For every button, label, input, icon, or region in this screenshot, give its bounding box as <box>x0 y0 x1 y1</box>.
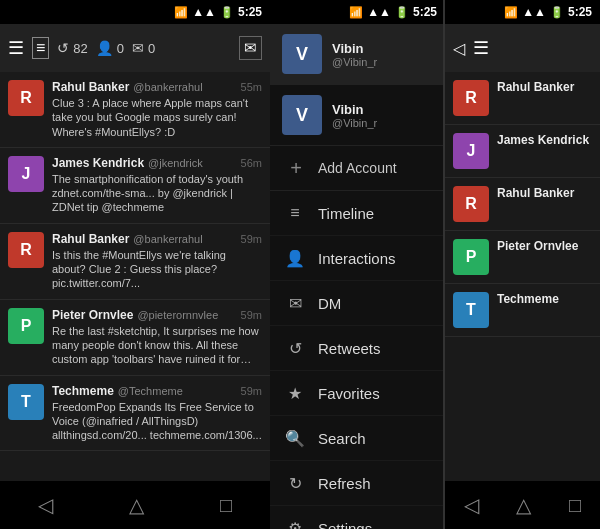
menu-item-refresh[interactable]: ↻Refresh <box>270 461 445 506</box>
wifi-icon-center: ▲▲ <box>367 5 391 19</box>
favorites-icon: ★ <box>284 382 306 404</box>
add-account-row[interactable]: + Add Account <box>270 146 445 191</box>
right-hamburger-icon[interactable]: ☰ <box>473 37 489 59</box>
menu-item-label: Timeline <box>318 205 374 222</box>
list-icon[interactable]: ≡ <box>32 37 49 59</box>
right-tweet-item[interactable]: PPieter Ornvlee <box>445 231 600 284</box>
tweet-text: FreedomPop Expands Its Free Service to V… <box>52 400 262 443</box>
account-name: Vibin <box>332 41 377 56</box>
account-text: Vibin@Vibin_r <box>332 41 377 68</box>
tweet-avatar: R <box>8 232 44 268</box>
right-tweet-name: Techmeme <box>497 292 592 306</box>
signal-icon-right: 📶 <box>504 6 518 19</box>
tweet-item[interactable]: RRahul Banker@bankerrahul59mIs this the … <box>0 224 270 300</box>
wifi-icon-right: ▲▲ <box>522 5 546 19</box>
battery-icon-right: 🔋 <box>550 6 564 19</box>
right-tweet-item[interactable]: RRahul Banker <box>445 178 600 231</box>
tweet-header: Pieter Ornvlee@pieterornnvlee59m <box>52 308 262 322</box>
account-avatar-letter: V <box>296 44 308 65</box>
dm-badge: ✉ 0 <box>132 40 155 56</box>
tweet-handle: @pieterornnvlee <box>137 309 218 321</box>
compose-icon[interactable]: ✉ <box>239 36 262 60</box>
wifi-icon: ▲▲ <box>192 5 216 19</box>
right-recents-button[interactable]: □ <box>569 494 581 517</box>
tweet-time: 59m <box>241 309 262 321</box>
right-tweet-list: RRahul BankerJJames KendrickRRahul Banke… <box>445 72 600 481</box>
account-item[interactable]: VVibin@Vibin_r <box>270 24 445 85</box>
account-handle: @Vibin_r <box>332 117 377 129</box>
interactions-icon: 👤 <box>284 247 306 269</box>
right-tweet-avatar: R <box>453 80 489 116</box>
right-tweet-avatar: J <box>453 133 489 169</box>
tweet-content: Pieter Ornvlee@pieterornnvlee59mRe the l… <box>52 308 262 367</box>
avatar-letter: T <box>21 393 31 411</box>
tweet-header: James Kendrick@jkendrick56m <box>52 156 262 170</box>
avatar-letter: J <box>22 165 31 183</box>
tweet-name: Techmeme <box>52 384 114 398</box>
status-bar: 📶 ▲▲ 🔋 5:25 <box>0 0 270 24</box>
tweet-item[interactable]: PPieter Ornvlee@pieterornnvlee59mRe the … <box>0 300 270 376</box>
menu-item-label: Favorites <box>318 385 380 402</box>
menu-item-dm[interactable]: ✉DM <box>270 281 445 326</box>
center-status-time: 5:25 <box>413 5 437 19</box>
right-tweet-name: Rahul Banker <box>497 80 592 94</box>
right-tweet-content: Rahul Banker <box>497 80 592 94</box>
home-button[interactable]: △ <box>129 493 144 517</box>
tweet-item[interactable]: TTechmeme@Techmeme59mFreedomPop Expands … <box>0 376 270 452</box>
right-tweet-name: James Kendrick <box>497 133 592 147</box>
right-tweet-item[interactable]: TTechmeme <box>445 284 600 337</box>
retweet-count: 82 <box>73 41 87 56</box>
tweet-name: Rahul Banker <box>52 80 129 94</box>
account-avatar-letter: V <box>296 105 308 126</box>
tweet-header: Rahul Banker@bankerrahul59m <box>52 232 262 246</box>
menu-item-favorites[interactable]: ★Favorites <box>270 371 445 416</box>
battery-icon-center: 🔋 <box>395 6 409 19</box>
tweet-text: Is this the #MountEllys we're talking ab… <box>52 248 262 291</box>
account-section: VVibin@Vibin_rVVibin@Vibin_r <box>270 24 445 146</box>
menu-item-timeline[interactable]: ≡Timeline <box>270 191 445 236</box>
tweet-item[interactable]: RRahul Banker@bankerrahul55mClue 3 : A p… <box>0 72 270 148</box>
left-bottom-nav: ◁ △ □ <box>0 481 270 529</box>
add-account-label: Add Account <box>318 160 397 176</box>
right-back-icon[interactable]: ◁ <box>453 39 465 58</box>
avatar-letter: P <box>21 317 32 335</box>
tweet-time: 59m <box>241 385 262 397</box>
account-text: Vibin@Vibin_r <box>332 102 377 129</box>
account-name: Vibin <box>332 102 377 117</box>
right-home-button[interactable]: △ <box>516 493 531 517</box>
menu-item-interactions[interactable]: 👤Interactions <box>270 236 445 281</box>
mention-icon: 👤 <box>96 40 113 56</box>
timeline-icon: ≡ <box>284 202 306 224</box>
account-item[interactable]: VVibin@Vibin_r <box>270 85 445 146</box>
right-panel: 📶 ▲▲ 🔋 5:25 ◁ ☰ RRahul BankerJJames Kend… <box>445 0 600 529</box>
menu-item-label: Search <box>318 430 366 447</box>
left-toolbar: ☰ ≡ ↺ 82 👤 0 ✉ 0 ✉ <box>0 24 270 72</box>
menu-item-label: Refresh <box>318 475 371 492</box>
right-tweet-item[interactable]: JJames Kendrick <box>445 125 600 178</box>
tweet-text: The smartphonification of today's youth … <box>52 172 262 215</box>
tweet-name: Pieter Ornvlee <box>52 308 133 322</box>
menu-item-search[interactable]: 🔍Search <box>270 416 445 461</box>
right-tweet-item[interactable]: RRahul Banker <box>445 72 600 125</box>
tweet-time: 55m <box>241 81 262 93</box>
tweet-item[interactable]: JJames Kendrick@jkendrick56mThe smartpho… <box>0 148 270 224</box>
tweet-time: 56m <box>241 157 262 169</box>
recents-button[interactable]: □ <box>220 494 232 517</box>
tweet-handle: @bankerrahul <box>133 81 202 93</box>
mention-badge: 👤 0 <box>96 40 124 56</box>
menu-item-retweets[interactable]: ↺Retweets <box>270 326 445 371</box>
right-avatar-letter: R <box>465 195 477 213</box>
right-avatar-letter: R <box>465 89 477 107</box>
signal-icon: 📶 <box>174 6 188 19</box>
right-avatar-letter: J <box>467 142 476 160</box>
tweet-header: Techmeme@Techmeme59m <box>52 384 262 398</box>
refresh-icon: ↻ <box>284 472 306 494</box>
right-back-button[interactable]: ◁ <box>464 493 479 517</box>
tweet-content: Rahul Banker@bankerrahul55mClue 3 : A pl… <box>52 80 262 139</box>
hamburger-icon[interactable]: ☰ <box>8 37 24 59</box>
left-panel: 📶 ▲▲ 🔋 5:25 ☰ ≡ ↺ 82 👤 0 ✉ 0 ✉ <box>0 0 270 529</box>
settings-icon: ⚙ <box>284 517 306 529</box>
menu-item-settings[interactable]: ⚙Settings <box>270 506 445 529</box>
avatar-letter: R <box>20 241 32 259</box>
back-button[interactable]: ◁ <box>38 493 53 517</box>
